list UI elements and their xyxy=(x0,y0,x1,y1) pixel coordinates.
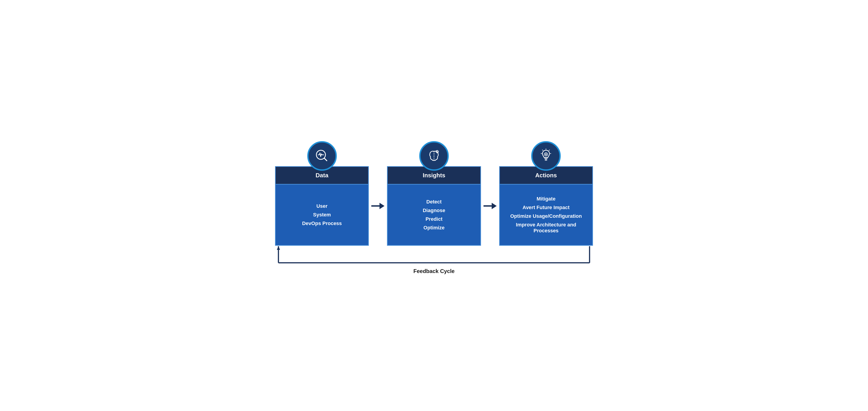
icons-row xyxy=(275,137,593,166)
svg-line-17 xyxy=(542,150,543,150)
list-item: Optimize Usage/Configuration xyxy=(507,213,586,219)
search-monitor-icon xyxy=(314,148,330,164)
list-item: Predict xyxy=(423,216,445,222)
feedback-line-container xyxy=(275,246,593,266)
svg-line-1 xyxy=(324,158,327,161)
arrow-right-2 xyxy=(484,203,497,209)
list-item: Improve Architecture and Processes xyxy=(507,222,586,234)
actions-column-body: Mitigate Avert Future Impact Optimize Us… xyxy=(500,184,592,245)
data-items-list: User System DevOps Process xyxy=(302,203,342,227)
insights-icon-circle xyxy=(419,141,449,171)
list-item: User xyxy=(302,203,342,209)
brain-gear-icon xyxy=(426,148,442,164)
arrow-line-2 xyxy=(484,205,492,207)
arrow-right-1 xyxy=(371,203,384,209)
list-item: Detect xyxy=(423,199,445,205)
svg-line-16 xyxy=(549,150,550,150)
arrow-head-2 xyxy=(492,203,497,209)
data-icon-circle xyxy=(307,141,337,171)
list-item: DevOps Process xyxy=(302,221,342,227)
actions-icon-circle xyxy=(531,141,561,171)
insights-column: Insights Detect Diagnose Predict Optimiz… xyxy=(387,166,481,246)
lightbulb-gear-icon xyxy=(538,148,554,164)
diagram-wrapper: Data User System DevOps Process Insights… xyxy=(275,137,593,274)
feedback-svg xyxy=(275,246,593,266)
actions-items-list: Mitigate Avert Future Impact Optimize Us… xyxy=(507,196,586,234)
svg-marker-25 xyxy=(277,246,280,250)
data-column-body: User System DevOps Process xyxy=(276,184,368,245)
list-item: Diagnose xyxy=(423,208,445,213)
svg-line-9 xyxy=(436,150,436,151)
svg-point-4 xyxy=(437,151,438,152)
svg-line-19 xyxy=(541,153,542,154)
list-item: Avert Future Impact xyxy=(507,205,586,210)
svg-point-21 xyxy=(545,154,547,155)
actions-column: Actions Mitigate Avert Future Impact Opt… xyxy=(499,166,593,246)
list-item: System xyxy=(302,212,342,218)
insights-column-body: Detect Diagnose Predict Optimize xyxy=(388,184,480,245)
arrow-line-1 xyxy=(371,205,379,207)
arrow-1 xyxy=(369,166,387,246)
list-item: Optimize xyxy=(423,225,445,231)
list-item: Mitigate xyxy=(507,196,586,202)
columns-row: Data User System DevOps Process Insights… xyxy=(275,166,593,246)
svg-line-18 xyxy=(550,153,551,154)
arrow-head-1 xyxy=(379,203,384,209)
arrow-2 xyxy=(481,166,499,246)
feedback-label: Feedback Cycle xyxy=(413,268,455,274)
feedback-row: Feedback Cycle xyxy=(275,246,593,274)
data-column: Data User System DevOps Process xyxy=(275,166,369,246)
insights-items-list: Detect Diagnose Predict Optimize xyxy=(423,199,445,231)
svg-line-10 xyxy=(438,152,438,153)
